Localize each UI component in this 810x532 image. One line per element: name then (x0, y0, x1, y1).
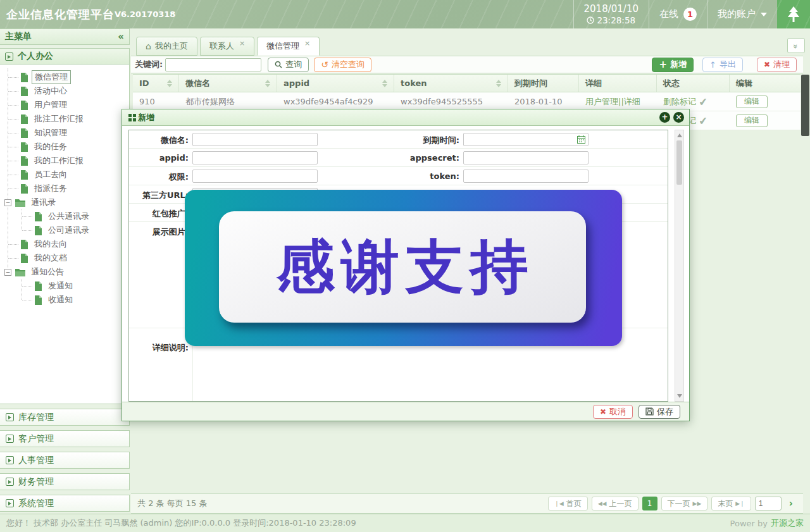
pagination-bar: 共 2 条 每页 15 条 ❘◀首页 ◀◀上一页 1 下一页▶▶ 末页▶❘ › (131, 493, 803, 514)
expire-time-input[interactable] (463, 133, 589, 146)
column-header-edit: 编辑 (730, 75, 801, 92)
maximize-icon[interactable]: + (659, 112, 670, 123)
close-icon[interactable]: × (673, 112, 684, 123)
next-page-icon: ▶▶ (693, 500, 702, 507)
sidebar-folder-notices[interactable]: −通知公告 (0, 265, 129, 279)
keyword-input[interactable] (165, 58, 261, 71)
sidebar-collapse-icon[interactable]: « (118, 31, 124, 42)
thanks-banner-image: 感谢支持 (185, 190, 622, 346)
permission-input[interactable] (192, 170, 318, 183)
search-button[interactable]: 查询 (268, 58, 309, 72)
cell-edit: 编辑 (730, 92, 801, 111)
last-page-button[interactable]: 末页▶❘ (711, 497, 751, 510)
accordion-personal-office[interactable]: 个人办公 (0, 48, 130, 65)
sidebar-item-user-manage[interactable]: 用户管理 (0, 98, 129, 112)
sort-icon[interactable] (496, 80, 501, 87)
accordion-customer[interactable]: 客户管理 (0, 430, 130, 447)
wechat-name-input[interactable] (192, 133, 318, 146)
sort-icon[interactable] (265, 80, 270, 87)
dialog-titlebar[interactable]: 新增 + × (122, 109, 689, 126)
first-page-button[interactable]: ❘◀首页 (548, 497, 587, 510)
go-page-button[interactable]: › (785, 498, 797, 509)
sidebar-item-my-documents[interactable]: 我的文档 (0, 251, 129, 265)
main-menu-header: 主菜单 « (0, 28, 130, 45)
page-number-input[interactable] (755, 497, 782, 510)
form-row: appid: appsecret: (129, 149, 668, 167)
appid-input[interactable] (192, 151, 318, 164)
export-button[interactable]: ↑ 导出 (702, 58, 743, 72)
column-header-id[interactable]: ID (133, 75, 179, 92)
accordion-label: 库存管理 (18, 412, 54, 423)
clear-search-button[interactable]: ↺ 清空查询 (314, 58, 371, 72)
clean-button[interactable]: ✖ 清理 (757, 58, 797, 72)
cell-detail-links[interactable]: 用户管理||详细 (579, 92, 657, 111)
tab-wechat-manage[interactable]: 微信管理 × (257, 37, 320, 56)
sidebar-item-public-contacts[interactable]: 公共通讯录 (0, 209, 129, 223)
header-date: 2018/01/10 (584, 3, 639, 15)
delete-mark-link[interactable]: 删除标记 (663, 96, 696, 108)
edit-button[interactable]: 编辑 (736, 96, 768, 108)
tab-my-home[interactable]: ⌂ 我的主页 (136, 37, 197, 56)
next-page-button[interactable]: 下一页▶▶ (661, 497, 708, 510)
section-box-icon (6, 435, 14, 443)
close-icon[interactable]: × (304, 37, 310, 47)
edit-button[interactable]: 编辑 (736, 114, 768, 127)
sidebar-accordions: 库存管理 客户管理 人事管理 财务管理 系统管理 (0, 404, 130, 514)
sidebar-item-receive-notice[interactable]: 收通知 (0, 293, 129, 307)
dialog-scrollbar[interactable] (675, 130, 684, 402)
cancel-button[interactable]: ✖ 取消 (593, 405, 633, 419)
sidebar-folder-contacts[interactable]: −通讯录 (0, 195, 129, 209)
panel-collapse-button[interactable]: » (787, 38, 805, 53)
accordion-inventory[interactable]: 库存管理 (0, 409, 130, 426)
scrollbar-thumb[interactable] (676, 140, 682, 185)
appsecret-input[interactable] (463, 151, 589, 164)
token-input[interactable] (463, 170, 589, 183)
scroll-down-icon[interactable] (677, 394, 682, 398)
brand-link[interactable]: 开源之家 (771, 517, 804, 529)
theme-tree-button[interactable] (777, 0, 810, 28)
tab-contacts[interactable]: 联系人 × (200, 37, 254, 56)
permission-label: 权限: (129, 167, 192, 185)
sidebar-item-knowledge[interactable]: 知识管理 (0, 126, 129, 140)
sidebar-item-assign-task[interactable]: 指派任务 (0, 182, 129, 195)
prev-page-button[interactable]: ◀◀上一页 (592, 497, 639, 510)
close-icon[interactable]: × (239, 37, 245, 47)
tree-collapse-icon[interactable]: − (4, 199, 11, 206)
sidebar-item-my-tasks[interactable]: 我的任务 (0, 140, 129, 154)
column-header-wechat-name[interactable]: 微信名 (179, 75, 277, 92)
column-label: ID (139, 78, 149, 88)
tree-collapse-icon[interactable]: − (4, 269, 11, 276)
sidebar-item-staff-whereabouts[interactable]: 员工去向 (0, 168, 129, 182)
accordion-system[interactable]: 系统管理 (0, 495, 130, 512)
arrow-up-icon: ↑ (709, 60, 716, 70)
add-button[interactable]: + 新增 (652, 58, 694, 72)
sidebar-item-company-contacts[interactable]: 公司通讯录 (0, 223, 129, 237)
file-icon (20, 184, 28, 194)
prev-page-icon: ◀◀ (598, 500, 607, 507)
scrollbar-thumb[interactable] (801, 75, 809, 136)
save-button[interactable]: 保存 (639, 405, 680, 419)
calendar-icon[interactable] (577, 135, 585, 144)
current-page-badge[interactable]: 1 (642, 497, 657, 510)
online-status[interactable]: 在线 1 (649, 0, 707, 28)
column-header-appid[interactable]: appid (277, 75, 394, 92)
file-icon (34, 212, 42, 221)
sidebar-item-label: 通知公告 (28, 266, 66, 278)
sidebar-item-my-whereabouts[interactable]: 我的去向 (0, 237, 129, 251)
accordion-finance[interactable]: 财务管理 (0, 473, 130, 490)
search-toolbar: 关键词: 查询 ↺ 清空查询 + 新增 ↑ 导出 ✖ 清理 (131, 56, 803, 73)
column-label: appid (284, 78, 309, 88)
sort-icon[interactable] (167, 80, 172, 87)
sidebar-item-send-notice[interactable]: 发通知 (0, 279, 129, 293)
account-menu[interactable]: 我的账户 (707, 0, 777, 28)
sidebar-item-activity-center[interactable]: 活动中心 (0, 84, 129, 98)
sidebar-item-review-report[interactable]: 批注工作汇报 (0, 112, 129, 126)
sidebar-item-my-report[interactable]: 我的工作汇报 (0, 154, 129, 168)
accordion-hr[interactable]: 人事管理 (0, 452, 130, 469)
scroll-up-icon[interactable] (677, 133, 682, 137)
save-button-label: 保存 (657, 406, 673, 418)
sidebar-item-wechat-manage[interactable]: 微信管理 (0, 70, 129, 84)
pagination-summary: 共 2 条 每页 15 条 (137, 498, 207, 509)
column-header-token[interactable]: token (394, 75, 508, 92)
sort-icon[interactable] (382, 80, 387, 87)
